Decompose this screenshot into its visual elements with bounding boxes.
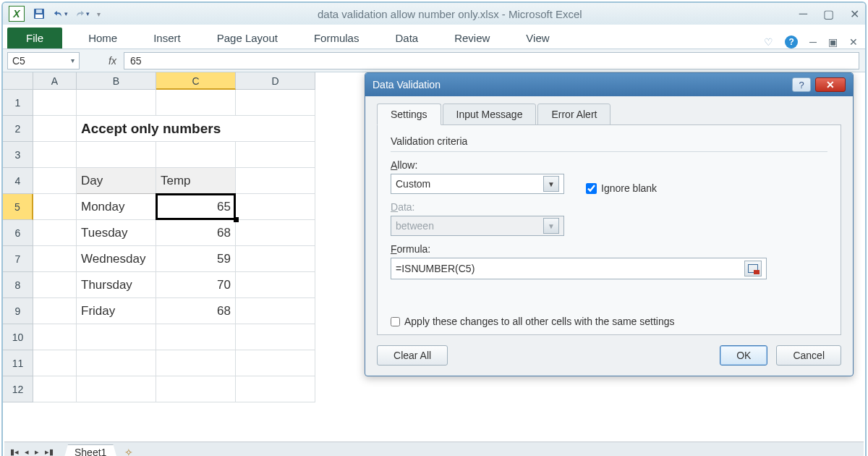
sheet-nav-prev[interactable]: ◂ (23, 447, 30, 456)
cell-C10[interactable] (156, 324, 236, 350)
ribbon-close-icon[interactable]: ✕ (849, 36, 858, 48)
cell-D8[interactable] (236, 272, 315, 298)
row-header-6[interactable]: 6 (3, 220, 33, 246)
row-header-1[interactable]: 1 (3, 90, 33, 116)
cell-B4[interactable]: Day (77, 168, 156, 194)
ribbon-tab-page-layout[interactable]: Page Layout (207, 28, 288, 48)
cell-D10[interactable] (236, 324, 315, 350)
fx-label[interactable]: fx (109, 55, 116, 67)
cell-A5[interactable] (33, 194, 77, 220)
sheet-tab-sheet1[interactable]: Sheet1 (64, 444, 117, 456)
cell-C7[interactable]: 59 (156, 246, 236, 272)
help-icon[interactable]: ? (785, 35, 798, 48)
allow-combo[interactable]: Custom ▼ (391, 174, 564, 194)
cell-D3[interactable] (236, 142, 315, 168)
cell-C1[interactable] (156, 90, 236, 116)
row-header-3[interactable]: 3 (3, 142, 33, 168)
cell-C9[interactable]: 68 (156, 298, 236, 324)
cell-B3[interactable] (77, 142, 156, 168)
ribbon-minimize-icon[interactable]: ─ (809, 36, 817, 48)
clear-all-button[interactable]: Clear All (377, 345, 448, 366)
cell-C4[interactable]: Temp (156, 168, 236, 194)
row-header-10[interactable]: 10 (3, 324, 33, 350)
cell-B8[interactable]: Thursday (77, 272, 156, 298)
cell-B2[interactable]: Accept only numbers (77, 116, 315, 142)
ribbon-tab-formulas[interactable]: Formulas (304, 28, 370, 48)
ignore-blank-input[interactable] (586, 183, 597, 194)
dialog-close-button[interactable]: ✕ (815, 77, 846, 92)
close-button[interactable]: ✕ (850, 7, 859, 21)
ribbon-tab-insert[interactable]: Insert (143, 28, 191, 48)
cell-A11[interactable] (33, 350, 77, 376)
cell-C12[interactable] (156, 376, 236, 402)
cell-A12[interactable] (33, 376, 77, 402)
row-header-5[interactable]: 5 (3, 194, 33, 220)
cell-A4[interactable] (33, 168, 77, 194)
col-header-A[interactable]: A (33, 72, 77, 90)
row-header-9[interactable]: 9 (3, 298, 33, 324)
cell-A7[interactable] (33, 246, 77, 272)
cell-C5[interactable]: 65 (156, 194, 236, 220)
cell-D6[interactable] (236, 220, 315, 246)
formula-field[interactable]: =ISNUMBER(C5) (391, 258, 767, 279)
cell-D5[interactable] (236, 194, 315, 220)
cell-C11[interactable] (156, 350, 236, 376)
ignore-blank-checkbox[interactable]: Ignore blank (586, 182, 657, 194)
apply-changes-checkbox[interactable] (391, 317, 400, 326)
col-header-C[interactable]: C (156, 72, 236, 90)
cell-A3[interactable] (33, 142, 77, 168)
select-all-corner[interactable] (3, 72, 33, 90)
row-header-12[interactable]: 12 (3, 376, 33, 402)
cell-D7[interactable] (236, 246, 315, 272)
cell-D9[interactable] (236, 298, 315, 324)
range-picker-button[interactable] (744, 261, 762, 276)
ribbon-restore-icon[interactable]: ▣ (828, 36, 838, 48)
cell-D11[interactable] (236, 350, 315, 376)
cell-D4[interactable] (236, 168, 315, 194)
ribbon-tab-review[interactable]: Review (444, 28, 500, 48)
row-header-2[interactable]: 2 (3, 116, 33, 142)
name-box-dropdown-icon[interactable]: ▾ (71, 56, 75, 64)
row-header-4[interactable]: 4 (3, 168, 33, 194)
sheet-nav-last[interactable]: ▸▮ (43, 447, 55, 456)
dialog-tab-error-alert[interactable]: Error Alert (537, 104, 610, 125)
cell-A1[interactable] (33, 90, 77, 116)
row-header-11[interactable]: 11 (3, 350, 33, 376)
name-box[interactable]: C5 ▾ (7, 52, 80, 69)
cell-B5[interactable]: Monday (77, 194, 156, 220)
cell-B10[interactable] (77, 324, 156, 350)
cell-B11[interactable] (77, 350, 156, 376)
dialog-tab-input-message[interactable]: Input Message (443, 104, 537, 125)
ribbon-tab-view[interactable]: View (516, 28, 559, 48)
minimize-button[interactable]: ─ (799, 7, 807, 20)
sheet-nav-first[interactable]: ▮◂ (9, 447, 20, 456)
allow-dropdown-icon[interactable]: ▼ (543, 176, 559, 192)
col-header-D[interactable]: D (236, 72, 315, 90)
qat-redo-button[interactable]: ▾ (75, 7, 90, 21)
cell-B1[interactable] (77, 90, 156, 116)
sheet-nav-next[interactable]: ▸ (33, 447, 41, 456)
cell-B6[interactable]: Tuesday (77, 220, 156, 246)
cell-D1[interactable] (236, 90, 315, 116)
cell-B9[interactable]: Friday (77, 298, 156, 324)
ok-button[interactable]: OK (720, 345, 767, 366)
cell-A2[interactable] (33, 116, 77, 142)
dialog-title-bar[interactable]: Data Validation ? ✕ (365, 73, 853, 96)
dialog-tab-settings[interactable]: Settings (377, 104, 441, 125)
cell-A8[interactable] (33, 272, 77, 298)
new-sheet-button[interactable]: ✧ (124, 447, 133, 457)
qat-save-button[interactable] (32, 7, 46, 21)
cell-A10[interactable] (33, 324, 77, 350)
cell-C3[interactable] (156, 142, 236, 168)
cell-A9[interactable] (33, 298, 77, 324)
cancel-button[interactable]: Cancel (776, 345, 841, 366)
row-header-8[interactable]: 8 (3, 272, 33, 298)
cell-B12[interactable] (77, 376, 156, 402)
cell-D12[interactable] (236, 376, 315, 402)
dialog-help-button[interactable]: ? (792, 77, 811, 92)
ribbon-tab-home[interactable]: Home (78, 28, 127, 48)
cell-A6[interactable] (33, 220, 77, 246)
cell-C6[interactable]: 68 (156, 220, 236, 246)
cell-B7[interactable]: Wednesday (77, 246, 156, 272)
row-header-7[interactable]: 7 (3, 246, 33, 272)
